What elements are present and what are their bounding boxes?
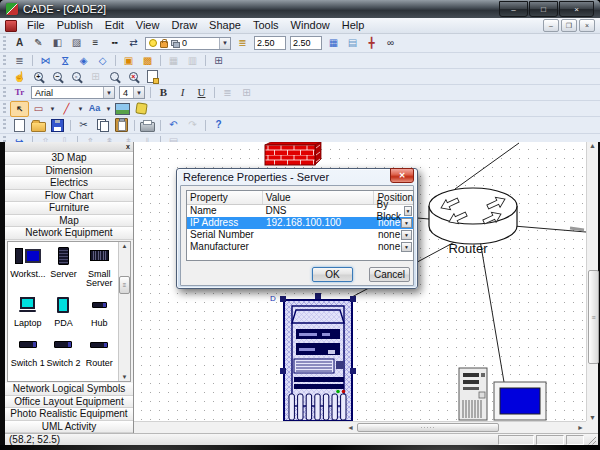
font-name-dropdown-icon[interactable]: ▼: [103, 87, 114, 98]
undo-button[interactable]: ↶: [164, 117, 183, 133]
bring-to-front-button[interactable]: ▣: [119, 53, 138, 69]
font-size-dropdown-icon[interactable]: ▼: [133, 87, 144, 98]
snap-grid-button[interactable]: ▤: [343, 35, 362, 51]
toolbar-grip[interactable]: [3, 103, 6, 115]
selection-handle[interactable]: [280, 296, 286, 302]
menu-shape[interactable]: Shape: [203, 18, 247, 33]
property-row-name[interactable]: NameDNSBy Block▼: [187, 205, 413, 217]
arrow-style-button[interactable]: ⇄: [124, 35, 143, 51]
zoom-out-button[interactable]: −: [48, 69, 67, 85]
palette-item-bridge[interactable]: Bridge: [81, 374, 117, 383]
title-bar[interactable]: CADE - [CADE2] –□×: [0, 0, 600, 18]
palette-item-hub[interactable]: Hub: [81, 294, 117, 328]
menu-edit[interactable]: Edit: [99, 18, 130, 33]
horizontal-scroll-thumb[interactable]: [357, 423, 499, 432]
help-button[interactable]: ?: [209, 117, 228, 133]
menu-help[interactable]: Help: [336, 18, 371, 33]
palette-item-server[interactable]: Server: [46, 245, 82, 288]
palette-scroll-up-icon[interactable]: ▲: [122, 242, 128, 250]
router-shape[interactable]: [429, 188, 517, 244]
zoom-100-button[interactable]: ⊞: [86, 69, 105, 85]
pan-button[interactable]: ☝: [10, 69, 29, 85]
align-button[interactable]: ≣: [10, 53, 29, 69]
connector-line[interactable]: [455, 143, 519, 189]
palette-item-gateway[interactable]: Gateway: [46, 374, 82, 383]
close-button[interactable]: ×: [559, 1, 594, 17]
dialog-close-button[interactable]: ✕: [390, 168, 414, 183]
layer-combo-dropdown-icon[interactable]: ▼: [219, 38, 230, 49]
category-photo-realistic-equipment[interactable]: Photo Realistic Equipment: [5, 408, 133, 421]
zoom-in-button[interactable]: +: [29, 69, 48, 85]
export-view-button[interactable]: [143, 69, 162, 85]
palette-item-pda[interactable]: PDA: [46, 294, 82, 328]
show-grid-button[interactable]: ▦: [324, 35, 343, 51]
router-label[interactable]: Router: [448, 241, 488, 256]
category-3d-map[interactable]: 3D Map: [5, 152, 133, 165]
text-tool-button[interactable]: Aa: [85, 101, 104, 117]
menu-publish[interactable]: Publish: [51, 18, 99, 33]
scroll-left-icon[interactable]: ◄: [345, 422, 356, 433]
property-row-serial-number[interactable]: Serial Numbernone▼: [187, 229, 413, 241]
selection-handle[interactable]: [350, 368, 356, 374]
column-header-property[interactable]: Property: [187, 191, 263, 204]
scroll-right-icon[interactable]: ►: [575, 422, 586, 433]
text-align-button[interactable]: ≣: [218, 85, 237, 101]
underline-button[interactable]: U: [192, 85, 211, 101]
canvas-vertical-scrollbar[interactable]: ▲ ≡ ▼: [586, 142, 598, 421]
palette-item-modem[interactable]: Modem: [10, 374, 46, 383]
flip-vertical-button[interactable]: ⋈: [55, 53, 74, 69]
position-dropdown-button[interactable]: ▼: [404, 206, 412, 216]
group-button[interactable]: ▦: [164, 53, 183, 69]
italic-button[interactable]: I: [173, 85, 192, 101]
category-furniture[interactable]: Furniture: [5, 202, 133, 215]
menu-window[interactable]: Window: [285, 18, 336, 33]
mdi-close-button[interactable]: ×: [579, 19, 595, 32]
bold-button[interactable]: B: [154, 85, 173, 101]
minimize-button[interactable]: –: [499, 1, 528, 17]
zoom-window-button[interactable]: [105, 69, 124, 85]
move-origin-button[interactable]: ╋: [362, 35, 381, 51]
line-width-button[interactable]: ≡: [86, 35, 105, 51]
line-tool-menu-icon[interactable]: ▼: [76, 102, 85, 116]
pencil-button[interactable]: ✎: [29, 35, 48, 51]
layer-combo[interactable]: 0▼: [145, 37, 231, 50]
toolbar-grip[interactable]: [3, 119, 6, 131]
flip-horizontal-button[interactable]: ⋈: [36, 53, 55, 69]
image-tool-button[interactable]: [113, 101, 132, 117]
text-tool-menu-icon[interactable]: ▼: [104, 102, 113, 116]
server-rack-shape[interactable]: [284, 300, 352, 421]
mdi-restore-button[interactable]: ❐: [561, 19, 577, 32]
selection-handle[interactable]: [350, 296, 356, 302]
cancel-button[interactable]: Cancel: [369, 267, 410, 282]
ok-button[interactable]: OK: [312, 267, 353, 282]
position-dropdown-button[interactable]: ▼: [401, 218, 412, 228]
column-header-value[interactable]: Value: [263, 191, 375, 204]
toolbar-grip[interactable]: [3, 36, 6, 50]
font-style-button[interactable]: Tr: [10, 85, 29, 101]
category-dimension[interactable]: Dimension: [5, 165, 133, 178]
palette-item-switch2[interactable]: Switch 2: [46, 334, 82, 368]
font-name-combo[interactable]: Arial▼: [31, 86, 115, 99]
palette-item-small-server[interactable]: Small Server: [81, 245, 117, 288]
line-style-button[interactable]: ╍: [105, 35, 124, 51]
canvas-horizontal-scrollbar[interactable]: ◄ ►: [345, 422, 586, 433]
palette-scrollbar[interactable]: ▲ ≡ ▼: [118, 242, 130, 382]
resize-grip[interactable]: [586, 435, 596, 445]
category-network-equipment[interactable]: Network Equipment: [5, 227, 133, 240]
ungroup-button[interactable]: ▥: [183, 53, 202, 69]
rectangle-tool-menu-icon[interactable]: ▼: [48, 102, 57, 116]
save-button[interactable]: [48, 117, 67, 133]
dialog-title-bar[interactable]: Reference Properties - Server ✕: [180, 169, 414, 185]
property-row-ip-address[interactable]: IP Address192.168.100.100none▼: [187, 217, 413, 229]
select-button[interactable]: ➔: [10, 101, 29, 117]
selection-handle[interactable]: [280, 368, 286, 374]
zoom-cancel-button[interactable]: ×: [124, 69, 143, 85]
selection-handle[interactable]: [315, 293, 321, 299]
palette-item-router[interactable]: Router: [81, 334, 117, 368]
new-button[interactable]: [10, 117, 29, 133]
toolbar-grip[interactable]: [3, 55, 6, 67]
rotate-left-button[interactable]: ◈: [74, 53, 93, 69]
vertical-scroll-thumb[interactable]: ≡: [588, 270, 599, 364]
property-row-manufacturer[interactable]: Manufacturernone▼: [187, 241, 413, 253]
mdi-minimize-button[interactable]: –: [543, 19, 559, 32]
